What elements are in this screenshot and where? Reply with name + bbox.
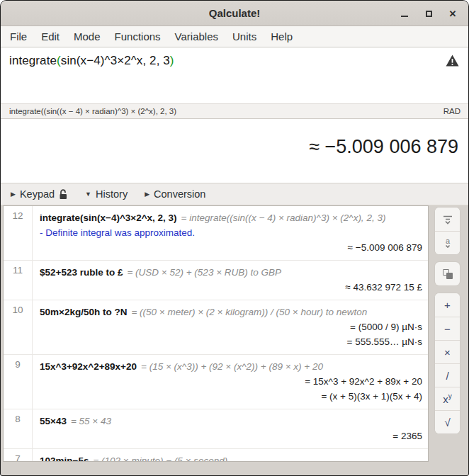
- insert-value-button[interactable]: [435, 208, 460, 231]
- history-parsed: = (15 × (x^3)) + (92 × (x^2)) + (89 × x)…: [141, 361, 323, 372]
- minimize-icon: [401, 16, 408, 17]
- result-display[interactable]: ≈ −5.009 006 879: [1, 119, 468, 183]
- menu-item-units[interactable]: Units: [225, 28, 264, 45]
- window-title: Qalculate!: [209, 7, 261, 19]
- plus-button[interactable]: +: [435, 293, 460, 317]
- menu-item-edit[interactable]: Edit: [34, 28, 67, 45]
- titlebar[interactable]: Qalculate! ✕: [1, 1, 468, 26]
- history-row[interactable]: 11 $52+523 ruble to £= (USD × 52) + (523…: [4, 260, 428, 300]
- maximize-icon: [426, 11, 432, 17]
- history-list: 12 integrate(sin(x−4)^3×2^x, 2, 3)= inte…: [4, 206, 428, 462]
- history-row[interactable]: 7 102min−5s= (102 × minute) − (5 × secon…: [4, 448, 428, 462]
- insert-text-icon: a: [442, 237, 453, 249]
- history-parsed: = (102 × minute) − (5 × second): [93, 455, 227, 462]
- history-parsed: = ((50 × meter) × (2 × kilogram)) / (50 …: [131, 307, 367, 317]
- expression-function: integrate: [9, 54, 57, 67]
- copy-icon: [443, 269, 453, 279]
- history-parsed: = integrate((sin((x − 4) × radian)^3) × …: [181, 212, 386, 223]
- divide-icon: /: [446, 370, 448, 382]
- warning-icon-button[interactable]: [446, 55, 459, 69]
- history-parsed: = 55 × 43: [71, 416, 111, 426]
- close-button[interactable]: ✕: [444, 5, 461, 22]
- conversion-toggle-label: Conversion: [154, 188, 205, 200]
- history-result[interactable]: = 15x^3 + 92x^2 + 89x + 20: [40, 374, 422, 389]
- keypad-toggle[interactable]: ▶ Keypad: [11, 188, 68, 200]
- result-value: ≈ −5.009 006 879: [309, 136, 458, 158]
- warning-icon: [446, 55, 459, 67]
- history-note: - Definite integral was approximated.: [40, 225, 422, 240]
- menu-item-help[interactable]: Help: [264, 28, 300, 45]
- minimize-button[interactable]: [396, 5, 413, 22]
- panel-toggle-bar: ▶ Keypad ▼ History ▶ Conversion: [1, 183, 468, 205]
- history-results: = 2365: [40, 429, 422, 443]
- menubar: File Edit Mode Functions Variables Units…: [1, 26, 468, 47]
- divide-button[interactable]: /: [435, 363, 460, 387]
- expression-close-paren: ): [170, 54, 174, 67]
- history-index: 8: [4, 409, 33, 448]
- history-expression[interactable]: 15x^3+92x^2+89x+20: [40, 361, 137, 372]
- menu-item-mode[interactable]: Mode: [67, 28, 108, 45]
- history-result[interactable]: ≈ −5.009 006 879: [40, 240, 422, 255]
- history-panel[interactable]: 12 integrate(sin(x−4)^3×2^x, 2, 3)= inte…: [3, 205, 429, 462]
- history-results: ≈ −5.009 006 879: [40, 240, 422, 255]
- power-button[interactable]: xy: [435, 387, 460, 410]
- history-toggle-label: History: [96, 188, 128, 200]
- history-results: = 15x^3 + 92x^2 + 89x + 20= (x + 5)(3x +…: [40, 374, 422, 404]
- insert-text-button[interactable]: a: [435, 231, 460, 254]
- minus-button[interactable]: −: [435, 317, 460, 340]
- history-results: = (5000 / 9) µN·s= 555.555… µN·s: [40, 319, 422, 349]
- history-row[interactable]: 10 50m×2kg/50h to ?N= ((50 × meter) × (2…: [4, 300, 428, 354]
- history-expression[interactable]: 55×43: [40, 416, 67, 426]
- angle-mode-label[interactable]: RAD: [443, 107, 460, 115]
- history-expression[interactable]: 50m×2kg/50h to ?N: [40, 307, 127, 317]
- history-index: 7: [4, 449, 33, 462]
- svg-text:a: a: [445, 237, 450, 245]
- history-index: 12: [4, 206, 33, 260]
- history-side-buttons: a + − × / xy √: [434, 207, 460, 441]
- parsed-expression: integrate((sin((x − 4) × radian)^3) × (2…: [9, 107, 176, 115]
- plus-icon: +: [444, 299, 451, 311]
- history-result[interactable]: = 2365: [40, 429, 422, 443]
- sqrt-icon: √: [444, 416, 450, 429]
- history-result[interactable]: ≈ 43.632 972 15 £: [40, 280, 422, 295]
- keypad-toggle-label: Keypad: [20, 188, 55, 200]
- history-expression[interactable]: 102min−5s: [40, 455, 89, 462]
- history-result[interactable]: = (5000 / 9) µN·s: [40, 319, 422, 334]
- history-index: 9: [4, 355, 33, 409]
- menu-item-file[interactable]: File: [3, 28, 34, 45]
- menu-item-variables[interactable]: Variables: [168, 28, 225, 45]
- expression-body: sin(x−4)^3×2^x, 2, 3: [61, 54, 170, 67]
- expression-input[interactable]: integrate(sin(x−4)^3×2^x, 2, 3): [1, 47, 468, 103]
- history-row[interactable]: 9 15x^3+92x^2+89x+20= (15 × (x^3)) + (92…: [4, 354, 428, 409]
- history-expression[interactable]: $52+523 ruble to £: [40, 267, 123, 278]
- keypad-lock-icon[interactable]: [59, 189, 68, 200]
- minus-icon: −: [444, 323, 451, 335]
- expression-text: integrate(sin(x−4)^3×2^x, 2, 3): [9, 54, 174, 68]
- maximize-button[interactable]: [420, 5, 437, 22]
- history-result[interactable]: = 555.555… µN·s: [40, 334, 422, 349]
- qalculate-window: Qalculate! ✕ File Edit Mode Functions Va…: [0, 0, 469, 476]
- insert-value-icon: [442, 214, 453, 225]
- copy-button[interactable]: [435, 262, 460, 285]
- history-result[interactable]: = (x + 5)(3x + 1)(5x + 4): [40, 389, 422, 404]
- close-icon: ✕: [449, 8, 457, 19]
- history-row[interactable]: 12 integrate(sin(x−4)^3×2^x, 2, 3)= inte…: [4, 206, 428, 260]
- history-index: 10: [4, 300, 33, 354]
- history-expander-icon: ▼: [85, 191, 91, 198]
- menu-item-functions[interactable]: Functions: [108, 28, 168, 45]
- history-parsed: = (USD × 52) + (523 × RUB) to GBP: [127, 267, 281, 278]
- history-results: ≈ 43.632 972 15 £: [40, 280, 422, 295]
- multiply-icon: ×: [444, 346, 451, 358]
- sqrt-button[interactable]: √: [435, 410, 460, 434]
- history-expression[interactable]: integrate(sin(x−4)^3×2^x, 2, 3): [40, 212, 177, 223]
- conversion-expander-icon: ▶: [145, 191, 149, 198]
- keypad-expander-icon: ▶: [11, 191, 16, 198]
- history-index: 11: [4, 261, 33, 300]
- conversion-toggle[interactable]: ▶ Conversion: [145, 188, 205, 200]
- history-row[interactable]: 8 55×43= 55 × 43 = 2365: [4, 409, 428, 448]
- history-toggle[interactable]: ▼ History: [85, 188, 128, 200]
- parse-status-bar: integrate((sin((x − 4) × radian)^3) × (2…: [1, 103, 468, 119]
- multiply-button[interactable]: ×: [435, 340, 460, 363]
- power-icon: xy: [443, 392, 452, 405]
